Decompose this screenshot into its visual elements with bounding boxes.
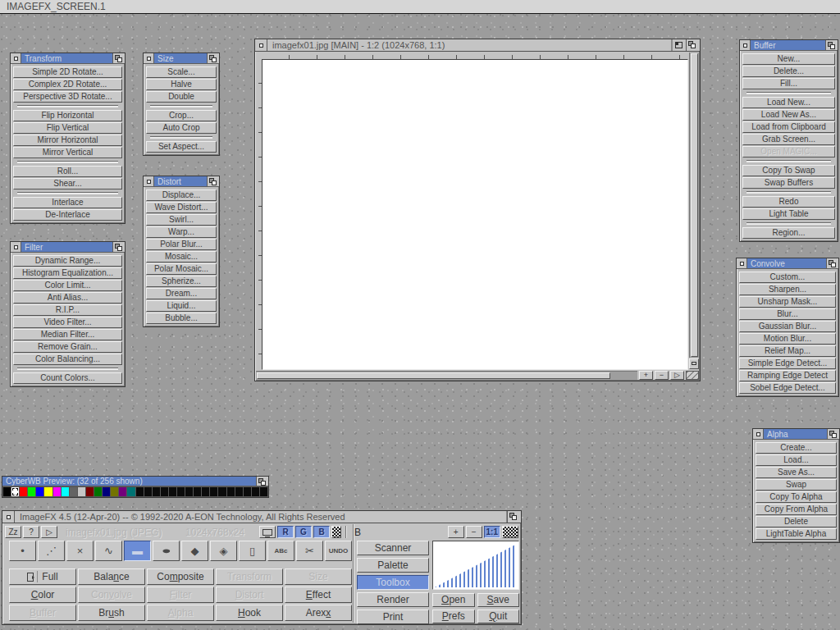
screen-mode-button[interactable]: [259, 526, 276, 538]
color-swatch[interactable]: [127, 487, 135, 496]
close-gadget[interactable]: [11, 53, 21, 63]
panel-button[interactable]: Warp...: [146, 226, 217, 238]
color-swatch[interactable]: [235, 487, 243, 496]
color-swatch[interactable]: [86, 487, 94, 496]
run-button[interactable]: ▷: [41, 526, 57, 538]
panel-button[interactable]: Count Colors...: [13, 372, 122, 384]
composite-button[interactable]: Composite: [147, 568, 214, 585]
zoom-out-button[interactable]: −: [466, 526, 482, 538]
color-swatch[interactable]: [111, 487, 118, 496]
iconify-button[interactable]: Zz: [5, 526, 21, 538]
green-channel-toggle[interactable]: G: [295, 526, 312, 538]
line-tool[interactable]: ×: [66, 541, 94, 561]
panel-button[interactable]: Copy To Swap: [742, 165, 835, 176]
panel-button[interactable]: Mirror Horizontal: [13, 135, 122, 146]
scrollbar-knob[interactable]: [691, 53, 698, 357]
dither-swatch[interactable]: [331, 526, 341, 538]
close-gadget[interactable]: [144, 53, 154, 63]
color-swatch[interactable]: [119, 487, 126, 496]
color-swatch[interactable]: [20, 487, 27, 496]
hook-button[interactable]: Hook: [216, 605, 283, 621]
panel-button[interactable]: Fill...: [742, 78, 835, 89]
panel-button[interactable]: Open MAGIC...: [742, 146, 835, 158]
color-swatch[interactable]: [194, 487, 201, 496]
toolbox-button[interactable]: Toolbox: [357, 575, 429, 590]
panel-button[interactable]: Light Table: [742, 208, 835, 220]
point-tool[interactable]: •: [9, 541, 36, 561]
panel-button[interactable]: Load New...: [742, 97, 835, 108]
color-swatch[interactable]: [161, 487, 168, 496]
distort-button[interactable]: Distort: [216, 587, 283, 603]
save-button[interactable]: Save: [477, 593, 520, 607]
panel-button[interactable]: Redo: [742, 196, 835, 208]
horizontal-scrollbar[interactable]: [256, 371, 637, 380]
text-tool[interactable]: ABc: [267, 541, 294, 561]
stamp-tool[interactable]: ▯: [239, 541, 266, 561]
color-swatch[interactable]: [53, 487, 61, 496]
effect-button[interactable]: Effect: [285, 587, 352, 603]
color-swatch[interactable]: [153, 487, 160, 496]
panel-button[interactable]: LightTable Alpha: [756, 528, 837, 540]
panel-button[interactable]: Ramping Edge Detect: [739, 370, 836, 381]
brush-button[interactable]: Brush: [78, 605, 145, 621]
size-button[interactable]: Size: [285, 568, 352, 585]
oval-tool[interactable]: ●: [153, 541, 180, 561]
close-gadget[interactable]: [753, 429, 764, 439]
panel-button[interactable]: Halve: [146, 79, 217, 90]
depth-gadget[interactable]: [826, 258, 838, 268]
color-swatch[interactable]: [36, 487, 43, 496]
panel-button[interactable]: Perspective 3D Rotate...: [13, 91, 122, 103]
balance-button[interactable]: Balance: [78, 568, 145, 585]
panel-button[interactable]: Dynamic Range...: [13, 255, 122, 267]
scrollbar-knob[interactable]: [257, 372, 610, 379]
panel-button[interactable]: Grab Screen...: [742, 134, 835, 145]
pan-gadget[interactable]: ▷: [670, 371, 684, 380]
panel-button[interactable]: Swap Buffers: [742, 177, 835, 189]
panel-button[interactable]: Swirl...: [146, 214, 217, 226]
zoom-in-gadget[interactable]: +: [639, 371, 653, 380]
fill-oval-tool[interactable]: ◆: [181, 541, 208, 561]
scissors-tool[interactable]: ✂: [296, 541, 323, 561]
panel-button[interactable]: Load from Clipboard: [742, 121, 835, 133]
panel-button[interactable]: Color Limit...: [13, 280, 122, 291]
close-gadget[interactable]: [11, 242, 21, 252]
depth-gadget[interactable]: [507, 511, 521, 523]
panel-button[interactable]: Flip Horizontal: [13, 110, 122, 121]
panel-button[interactable]: Region...: [742, 227, 835, 239]
titlebar[interactable]: imagefx01.jpg [MAIN] - 1:2 (1024x768, 1:…: [255, 39, 700, 52]
depth-gadget[interactable]: [827, 429, 839, 439]
panel-button[interactable]: Color Balancing...: [13, 354, 122, 365]
color-swatch[interactable]: [70, 487, 77, 496]
panel-button[interactable]: Simple Edge Detect...: [739, 358, 836, 369]
panel-button[interactable]: Custom...: [739, 272, 836, 283]
depth-gadget[interactable]: [207, 53, 219, 63]
panel-button[interactable]: Roll...: [13, 166, 122, 177]
panel-button[interactable]: Sharpen...: [739, 284, 836, 295]
depth-gadget[interactable]: [207, 176, 219, 186]
color-swatch[interactable]: [28, 487, 35, 496]
color-swatch[interactable]: [227, 487, 235, 496]
panel-button[interactable]: New...: [742, 53, 835, 65]
panel-button[interactable]: Shear...: [13, 178, 122, 189]
color-swatch[interactable]: [3, 487, 11, 496]
filter-button[interactable]: Filter: [147, 587, 214, 603]
color-swatch[interactable]: [136, 487, 144, 496]
image-canvas[interactable]: [262, 59, 688, 370]
panel-button[interactable]: Dream...: [146, 288, 217, 299]
color-swatch[interactable]: [94, 487, 102, 496]
panel-button[interactable]: Auto Crop: [146, 122, 217, 134]
panel-button[interactable]: Sobel Edge Detect...: [739, 382, 836, 394]
color-swatch[interactable]: [144, 487, 152, 496]
panel-button[interactable]: Interlace: [13, 197, 122, 208]
undo-button[interactable]: UNDO: [325, 541, 352, 561]
color-swatch[interactable]: [78, 487, 85, 496]
panel-button[interactable]: Relief Map...: [739, 345, 836, 357]
blue-channel-toggle[interactable]: B: [313, 526, 330, 538]
titlebar[interactable]: ImageFX 4.5 (12-Apr-20) -- © 1992-2020 A…: [2, 511, 521, 523]
zoom-gadget[interactable]: [672, 39, 686, 51]
panel-button[interactable]: Unsharp Mask...: [739, 296, 836, 308]
panel-button[interactable]: Blur...: [739, 308, 836, 320]
depth-gadget[interactable]: [112, 242, 125, 252]
close-gadget[interactable]: [144, 176, 154, 186]
polygon-tool[interactable]: ◈: [210, 541, 237, 561]
